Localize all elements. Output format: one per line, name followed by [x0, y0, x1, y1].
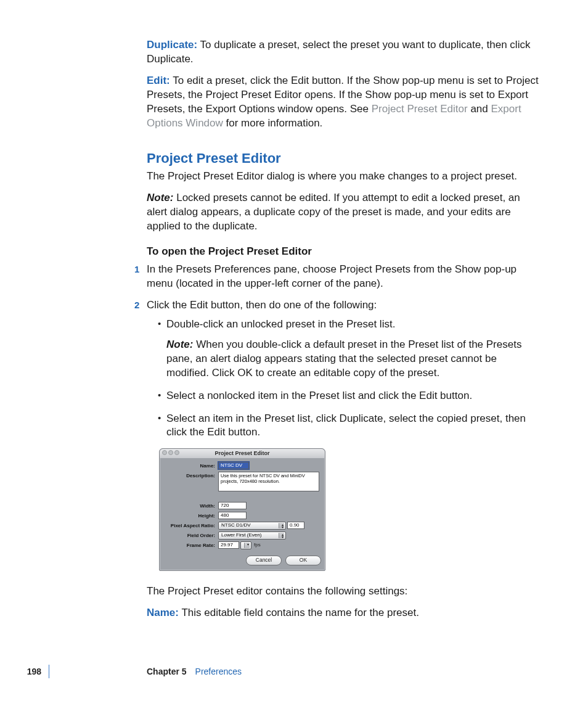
bullet-1-note-text: When you double-click a default preset i…: [166, 339, 521, 379]
height-field[interactable]: 480: [218, 512, 247, 519]
description-field[interactable]: Use this preset for NTSC DV and MiniDV p…: [218, 472, 319, 491]
name-setting-label: Name:: [147, 607, 179, 618]
cancel-button[interactable]: Cancel: [246, 556, 282, 565]
par-select-value: NTSC D1/DV: [221, 522, 251, 529]
duplicate-text: To duplicate a preset, select the preset…: [147, 39, 530, 65]
name-setting-text: This editable field contains the name fo…: [181, 607, 419, 618]
name-label: Name:: [163, 462, 218, 470]
height-label: Height:: [163, 512, 218, 520]
note-1-text: Locked presets cannot be edited. If you …: [147, 192, 520, 232]
frame-rate-stepper[interactable]: ▾: [240, 541, 251, 549]
step-2-bullets: Double-click an unlocked preset in the P…: [158, 318, 539, 440]
and-word: and: [468, 103, 491, 115]
width-label: Width:: [163, 502, 218, 510]
step-2: Click the Edit button, then do one of th…: [147, 298, 539, 440]
fps-unit: fps: [254, 542, 261, 549]
section-heading: Project Preset Editor: [147, 149, 539, 168]
chevron-down-icon: ▾: [247, 543, 249, 546]
dialog-titlebar: Project Preset Editor: [160, 449, 325, 458]
par-value-field[interactable]: 0.90: [287, 522, 304, 529]
link-project-preset-editor[interactable]: Project Preset Editor: [372, 103, 468, 115]
frame-rate-field[interactable]: 29.97: [218, 541, 239, 549]
edit-label: Edit:: [147, 75, 170, 86]
document-page: Duplicate: To duplicate a preset, select…: [0, 0, 588, 706]
note-1: Note: Locked presets cannot be edited. I…: [147, 191, 539, 234]
after-dialog-text: The Project Preset editor contains the f…: [147, 585, 539, 599]
edit-text-2: for more information.: [223, 117, 323, 129]
field-order-label: Field Order:: [163, 532, 218, 540]
page-footer: 198 Chapter 5 Preferences: [0, 665, 588, 678]
frame-rate-label: Frame Rate:: [163, 541, 218, 549]
width-field[interactable]: 720: [218, 502, 247, 509]
chapter-title: Preferences: [195, 666, 242, 678]
bullet-1-note: Note: When you double-click a default pr…: [166, 338, 539, 380]
ok-button[interactable]: OK: [285, 556, 321, 565]
steps-list: In the Presets Preferences pane, choose …: [147, 263, 539, 440]
step-2-text: Click the Edit button, then do one of th…: [147, 299, 377, 311]
duplicate-paragraph: Duplicate: To duplicate a preset, select…: [147, 38, 539, 67]
subhead-open-editor: To open the Project Preset Editor: [147, 245, 539, 259]
chevron-up-down-icon: ▴▾: [282, 533, 284, 538]
section-intro: The Project Preset Editor dialog is wher…: [147, 170, 539, 184]
description-label: Description:: [163, 472, 218, 480]
field-order-value: Lower First (Even): [221, 532, 261, 539]
note-1-label: Note:: [147, 192, 173, 203]
project-preset-editor-dialog: Project Preset Editor Name: NTSC DV Desc…: [159, 448, 325, 570]
footer-divider: [49, 665, 49, 678]
par-select[interactable]: NTSC D1/DV ▴▾: [218, 522, 286, 530]
par-label: Pixel Aspect Ratio:: [163, 522, 218, 530]
bullet-1-text: Double-click an unlocked preset in the P…: [166, 318, 395, 330]
step-1: In the Presets Preferences pane, choose …: [147, 263, 539, 291]
minimize-icon[interactable]: [168, 450, 173, 455]
dialog-body: Name: NTSC DV Description: Use this pres…: [160, 458, 325, 570]
duplicate-label: Duplicate:: [147, 39, 197, 51]
bullet-3: Select an item in the Preset list, click…: [158, 412, 539, 440]
dialog-screenshot: Project Preset Editor Name: NTSC DV Desc…: [159, 448, 539, 570]
field-order-select[interactable]: Lower First (Even) ▴▾: [218, 532, 286, 540]
bullet-2: Select a nonlocked item in the Preset li…: [158, 389, 539, 403]
close-icon[interactable]: [162, 450, 167, 455]
chevron-up-down-icon: ▴▾: [282, 523, 284, 528]
chapter-label: Chapter 5: [147, 666, 187, 678]
bullet-2-text: Select a nonlocked item in the Preset li…: [166, 390, 472, 401]
bullet-1: Double-click an unlocked preset in the P…: [158, 318, 539, 380]
dialog-title: Project Preset Editor: [214, 450, 269, 456]
name-field[interactable]: NTSC DV: [218, 462, 249, 469]
page-number: 198: [0, 666, 49, 678]
bullet-1-note-label: Note:: [166, 339, 193, 350]
zoom-icon[interactable]: [174, 450, 179, 455]
step-1-text: In the Presets Preferences pane, choose …: [147, 263, 517, 289]
window-controls: [162, 450, 179, 455]
bullet-3-text: Select an item in the Preset list, click…: [166, 413, 526, 438]
edit-paragraph: Edit: To edit a preset, click the Edit b…: [147, 74, 539, 131]
name-setting-paragraph: Name: This editable field contains the n…: [147, 606, 539, 620]
